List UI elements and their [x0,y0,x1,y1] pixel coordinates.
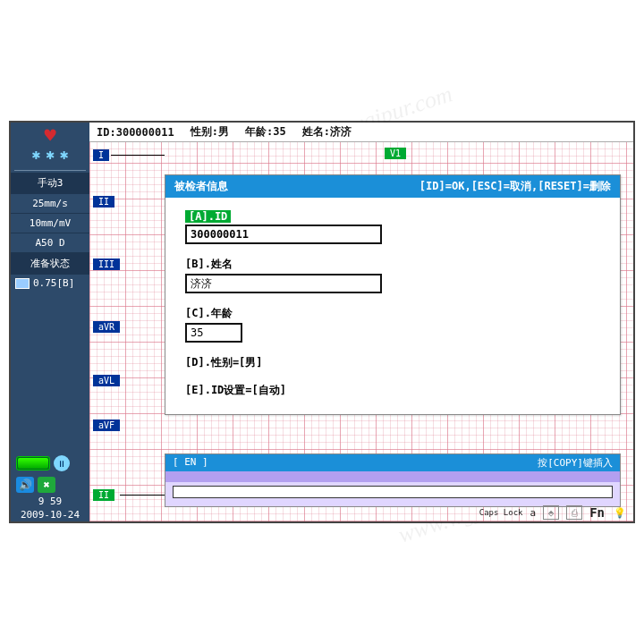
field-id-label: [A].ID [185,210,231,223]
field-idset-label[interactable]: [E].ID设置=[自动] [185,383,600,398]
dialog-help: [ID]=OK,[ESC]=取消,[RESET]=删除 [419,179,611,194]
battery-row: ⏸ [11,452,89,475]
sidebar-gain[interactable]: 10mm/mV [11,214,89,233]
header-id-label: ID:300000011 [97,126,174,139]
sidebar-filter[interactable]: A50 D [11,233,89,253]
lead-label-iii: III [93,258,120,270]
case-indicator: a [530,507,537,519]
dialog-titlebar: 被检者信息 [ID]=OK,[ESC]=取消,[RESET]=删除 [165,175,620,198]
main-area: ID:300000011 性别:男 年龄:35 姓名:济济 I V1 II II… [89,123,633,521]
snowflake-icon: ✱ [32,146,41,163]
monitor-value: 0.75[B] [33,277,74,289]
header-age: 年龄:35 [245,124,286,140]
lead-label-avr: aVR [93,321,120,333]
status-bar: Caps Lock a ⬘ ⎙ Fn 💡 [479,505,628,520]
app-window: www.wgjpur.com www.wgjpur.com www.wgjpur… [9,121,635,523]
header-gender: 性别:男 [191,124,229,140]
sidebar-state: 准备状态 [11,253,89,275]
sound-icon[interactable]: 🔊 [16,477,34,493]
patient-info-dialog: 被检者信息 [ID]=OK,[ESC]=取消,[RESET]=删除 [A].ID… [165,174,621,415]
field-name: [B].姓名 [185,257,600,293]
lead-label-ii-bottom: II [93,489,114,501]
fn-indicator: Fn [589,505,605,520]
field-name-label: [B].姓名 [185,257,233,272]
lead-label-avf: aVF [93,419,120,431]
shift-icon: ⬘ [543,505,559,520]
sidebar-monitor: 0.75[B] [11,275,89,292]
sidebar-speed[interactable]: 25mm/s [11,194,89,214]
snowflake-icon: ✱ [60,146,69,163]
field-gender-label[interactable]: [D].性别=[男] [185,355,600,370]
monitor-icon [15,278,30,289]
dialog-title: 被检者信息 [174,179,228,194]
age-input[interactable] [185,323,242,343]
snowflake-icon: ✱ [46,146,55,163]
field-age: [C].年龄 [185,306,600,343]
lead-label-avl: aVL [93,375,120,386]
field-id: [A].ID [185,210,600,244]
bulb-icon: 💡 [612,505,628,520]
name-input[interactable] [185,274,382,293]
battery-icon [16,456,50,470]
caps-lock-indicator: Caps Lock [479,509,523,517]
heart-icon: ♥ [44,126,55,146]
sidebar-mode[interactable]: 手动3 [11,173,89,194]
ime-lang[interactable]: [ EN ] [173,456,208,470]
lead-label-ii: II [93,196,114,208]
sidebar-date: 2009-10-24 [11,508,89,521]
lead-label-i: I [93,149,109,161]
ime-hint: 按[COPY]键插入 [538,456,613,470]
print-icon[interactable]: ⎙ [566,505,582,520]
sidebar-time: 9 59 [11,495,89,508]
field-age-label: [C].年龄 [185,306,233,321]
ecg-chart: I V1 II III aVR aVL aVF II 被检者信息 [ID]=OK… [89,142,633,521]
lead-label-v1: V1 [385,148,406,159]
ime-input[interactable] [173,486,613,498]
ime-panel: [ EN ] 按[COPY]键插入 [165,453,621,507]
header-bar: ID:300000011 性别:男 年龄:35 姓名:济济 [89,123,633,142]
id-input[interactable] [185,225,382,244]
cooling-icons: ✱ ✱ ✱ [32,146,69,163]
pause-icon[interactable]: ⏸ [54,455,70,471]
sidebar: ♥ ✱ ✱ ✱ 手动3 25mm/s 10mm/mV A50 D 准备状态 0.… [11,123,89,521]
header-name: 姓名:济济 [302,124,352,140]
tools-icon[interactable]: ✖ [38,477,55,493]
